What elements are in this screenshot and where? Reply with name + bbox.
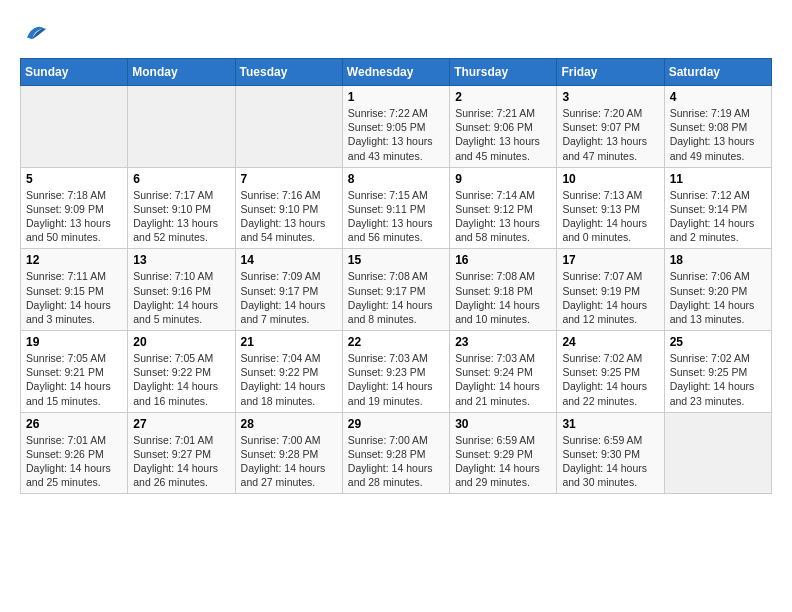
day-number: 22: [348, 335, 444, 349]
day-number: 15: [348, 253, 444, 267]
weekday-header: Friday: [557, 59, 664, 86]
calendar-table: SundayMondayTuesdayWednesdayThursdayFrid…: [20, 58, 772, 494]
day-number: 9: [455, 172, 551, 186]
day-info: Sunrise: 7:12 AM Sunset: 9:14 PM Dayligh…: [670, 188, 766, 245]
day-info: Sunrise: 7:00 AM Sunset: 9:28 PM Dayligh…: [241, 433, 337, 490]
calendar-week-row: 26Sunrise: 7:01 AM Sunset: 9:26 PM Dayli…: [21, 412, 772, 494]
day-number: 3: [562, 90, 658, 104]
calendar-cell: 5Sunrise: 7:18 AM Sunset: 9:09 PM Daylig…: [21, 167, 128, 249]
calendar-cell: 24Sunrise: 7:02 AM Sunset: 9:25 PM Dayli…: [557, 331, 664, 413]
day-number: 4: [670, 90, 766, 104]
logo: [20, 20, 52, 48]
day-number: 6: [133, 172, 229, 186]
day-info: Sunrise: 7:00 AM Sunset: 9:28 PM Dayligh…: [348, 433, 444, 490]
calendar-body: 1Sunrise: 7:22 AM Sunset: 9:05 PM Daylig…: [21, 86, 772, 494]
calendar-week-row: 5Sunrise: 7:18 AM Sunset: 9:09 PM Daylig…: [21, 167, 772, 249]
day-info: Sunrise: 7:01 AM Sunset: 9:27 PM Dayligh…: [133, 433, 229, 490]
day-info: Sunrise: 7:14 AM Sunset: 9:12 PM Dayligh…: [455, 188, 551, 245]
day-number: 12: [26, 253, 122, 267]
day-number: 27: [133, 417, 229, 431]
day-number: 1: [348, 90, 444, 104]
calendar-cell: [664, 412, 771, 494]
calendar-cell: 2Sunrise: 7:21 AM Sunset: 9:06 PM Daylig…: [450, 86, 557, 168]
calendar-cell: 19Sunrise: 7:05 AM Sunset: 9:21 PM Dayli…: [21, 331, 128, 413]
calendar-cell: 20Sunrise: 7:05 AM Sunset: 9:22 PM Dayli…: [128, 331, 235, 413]
day-number: 11: [670, 172, 766, 186]
day-info: Sunrise: 7:04 AM Sunset: 9:22 PM Dayligh…: [241, 351, 337, 408]
calendar-cell: 26Sunrise: 7:01 AM Sunset: 9:26 PM Dayli…: [21, 412, 128, 494]
day-number: 14: [241, 253, 337, 267]
day-info: Sunrise: 7:02 AM Sunset: 9:25 PM Dayligh…: [670, 351, 766, 408]
day-info: Sunrise: 7:09 AM Sunset: 9:17 PM Dayligh…: [241, 269, 337, 326]
day-number: 16: [455, 253, 551, 267]
day-info: Sunrise: 7:01 AM Sunset: 9:26 PM Dayligh…: [26, 433, 122, 490]
calendar-cell: 22Sunrise: 7:03 AM Sunset: 9:23 PM Dayli…: [342, 331, 449, 413]
calendar-cell: 23Sunrise: 7:03 AM Sunset: 9:24 PM Dayli…: [450, 331, 557, 413]
weekday-header: Thursday: [450, 59, 557, 86]
calendar-cell: 17Sunrise: 7:07 AM Sunset: 9:19 PM Dayli…: [557, 249, 664, 331]
calendar-cell: 1Sunrise: 7:22 AM Sunset: 9:05 PM Daylig…: [342, 86, 449, 168]
day-number: 7: [241, 172, 337, 186]
calendar-cell: [21, 86, 128, 168]
calendar-cell: 16Sunrise: 7:08 AM Sunset: 9:18 PM Dayli…: [450, 249, 557, 331]
day-number: 30: [455, 417, 551, 431]
day-info: Sunrise: 6:59 AM Sunset: 9:30 PM Dayligh…: [562, 433, 658, 490]
page-header: [20, 20, 772, 48]
calendar-cell: 31Sunrise: 6:59 AM Sunset: 9:30 PM Dayli…: [557, 412, 664, 494]
day-info: Sunrise: 7:03 AM Sunset: 9:24 PM Dayligh…: [455, 351, 551, 408]
day-info: Sunrise: 7:13 AM Sunset: 9:13 PM Dayligh…: [562, 188, 658, 245]
weekday-header-row: SundayMondayTuesdayWednesdayThursdayFrid…: [21, 59, 772, 86]
day-info: Sunrise: 7:19 AM Sunset: 9:08 PM Dayligh…: [670, 106, 766, 163]
calendar-week-row: 19Sunrise: 7:05 AM Sunset: 9:21 PM Dayli…: [21, 331, 772, 413]
calendar-cell: 18Sunrise: 7:06 AM Sunset: 9:20 PM Dayli…: [664, 249, 771, 331]
calendar-cell: 21Sunrise: 7:04 AM Sunset: 9:22 PM Dayli…: [235, 331, 342, 413]
day-number: 19: [26, 335, 122, 349]
calendar-cell: 9Sunrise: 7:14 AM Sunset: 9:12 PM Daylig…: [450, 167, 557, 249]
weekday-header: Tuesday: [235, 59, 342, 86]
day-info: Sunrise: 7:11 AM Sunset: 9:15 PM Dayligh…: [26, 269, 122, 326]
calendar-cell: 27Sunrise: 7:01 AM Sunset: 9:27 PM Dayli…: [128, 412, 235, 494]
day-number: 18: [670, 253, 766, 267]
calendar-cell: 4Sunrise: 7:19 AM Sunset: 9:08 PM Daylig…: [664, 86, 771, 168]
day-info: Sunrise: 7:03 AM Sunset: 9:23 PM Dayligh…: [348, 351, 444, 408]
day-number: 28: [241, 417, 337, 431]
day-info: Sunrise: 7:06 AM Sunset: 9:20 PM Dayligh…: [670, 269, 766, 326]
day-number: 20: [133, 335, 229, 349]
calendar-cell: 15Sunrise: 7:08 AM Sunset: 9:17 PM Dayli…: [342, 249, 449, 331]
weekday-header: Sunday: [21, 59, 128, 86]
calendar-cell: [128, 86, 235, 168]
weekday-header: Monday: [128, 59, 235, 86]
day-number: 13: [133, 253, 229, 267]
day-number: 2: [455, 90, 551, 104]
calendar-cell: 14Sunrise: 7:09 AM Sunset: 9:17 PM Dayli…: [235, 249, 342, 331]
day-number: 29: [348, 417, 444, 431]
weekday-header: Saturday: [664, 59, 771, 86]
calendar-cell: 28Sunrise: 7:00 AM Sunset: 9:28 PM Dayli…: [235, 412, 342, 494]
calendar-cell: 29Sunrise: 7:00 AM Sunset: 9:28 PM Dayli…: [342, 412, 449, 494]
day-info: Sunrise: 7:17 AM Sunset: 9:10 PM Dayligh…: [133, 188, 229, 245]
calendar-cell: 6Sunrise: 7:17 AM Sunset: 9:10 PM Daylig…: [128, 167, 235, 249]
day-info: Sunrise: 7:07 AM Sunset: 9:19 PM Dayligh…: [562, 269, 658, 326]
day-info: Sunrise: 7:08 AM Sunset: 9:18 PM Dayligh…: [455, 269, 551, 326]
day-info: Sunrise: 7:05 AM Sunset: 9:21 PM Dayligh…: [26, 351, 122, 408]
day-number: 26: [26, 417, 122, 431]
calendar-cell: 30Sunrise: 6:59 AM Sunset: 9:29 PM Dayli…: [450, 412, 557, 494]
day-number: 23: [455, 335, 551, 349]
calendar-header: SundayMondayTuesdayWednesdayThursdayFrid…: [21, 59, 772, 86]
calendar-week-row: 1Sunrise: 7:22 AM Sunset: 9:05 PM Daylig…: [21, 86, 772, 168]
day-info: Sunrise: 7:15 AM Sunset: 9:11 PM Dayligh…: [348, 188, 444, 245]
calendar-cell: 11Sunrise: 7:12 AM Sunset: 9:14 PM Dayli…: [664, 167, 771, 249]
day-info: Sunrise: 7:02 AM Sunset: 9:25 PM Dayligh…: [562, 351, 658, 408]
day-number: 25: [670, 335, 766, 349]
logo-icon: [20, 20, 48, 48]
calendar-week-row: 12Sunrise: 7:11 AM Sunset: 9:15 PM Dayli…: [21, 249, 772, 331]
day-number: 21: [241, 335, 337, 349]
day-number: 31: [562, 417, 658, 431]
calendar-cell: 13Sunrise: 7:10 AM Sunset: 9:16 PM Dayli…: [128, 249, 235, 331]
day-info: Sunrise: 7:16 AM Sunset: 9:10 PM Dayligh…: [241, 188, 337, 245]
day-number: 17: [562, 253, 658, 267]
calendar-cell: 7Sunrise: 7:16 AM Sunset: 9:10 PM Daylig…: [235, 167, 342, 249]
calendar-cell: 8Sunrise: 7:15 AM Sunset: 9:11 PM Daylig…: [342, 167, 449, 249]
day-number: 5: [26, 172, 122, 186]
calendar-cell: 12Sunrise: 7:11 AM Sunset: 9:15 PM Dayli…: [21, 249, 128, 331]
